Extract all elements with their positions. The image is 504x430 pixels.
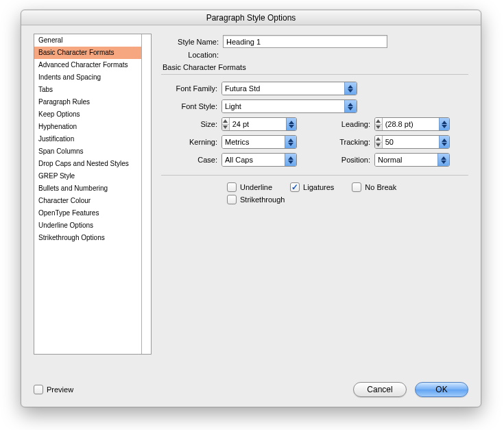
preview-label: Preview: [47, 385, 73, 394]
sidebar-item-span-columns[interactable]: Span Columns: [34, 145, 151, 158]
tracking-stepper[interactable]: [375, 136, 383, 148]
font-family-dropdown-icon[interactable]: [344, 82, 357, 95]
underline-checkbox[interactable]: [227, 182, 237, 192]
dialog-title: Paragraph Style Options: [21, 10, 481, 25]
preview-checkbox-row[interactable]: Preview: [34, 385, 73, 394]
ligatures-checkbox[interactable]: [290, 182, 300, 192]
no-break-checkbox[interactable]: [352, 182, 361, 192]
no-break-checkbox-row[interactable]: No Break: [352, 182, 396, 192]
tracking-label: Tracking:: [320, 138, 370, 146]
sidebar-item-character-colour[interactable]: Character Colour: [34, 195, 151, 207]
sidebar-item-keep-options[interactable]: Keep Options: [34, 108, 151, 121]
leading-input[interactable]: [383, 118, 439, 130]
case-combo[interactable]: [221, 153, 297, 167]
strikethrough-checkbox-row[interactable]: Strikethrough: [227, 195, 285, 204]
sidebar-item-hyphenation[interactable]: Hyphenation: [34, 121, 151, 133]
main-panel: Style Name: Location: Basic Character Fo…: [152, 34, 468, 355]
case-dropdown-icon[interactable]: [285, 154, 296, 166]
form-grid: Font Family: Font Style:: [161, 82, 468, 167]
sidebar-item-drop-caps-nested-styles[interactable]: Drop Caps and Nested Styles: [34, 158, 151, 170]
sidebar-item-paragraph-rules[interactable]: Paragraph Rules: [34, 96, 151, 108]
font-family-label: Font Family:: [161, 84, 217, 93]
tracking-combo[interactable]: [374, 135, 450, 149]
sidebar-item-grep-style[interactable]: GREP Style: [34, 170, 151, 182]
style-name-input[interactable]: [223, 35, 387, 48]
dialog-footer: Preview Cancel OK: [34, 382, 468, 397]
sidebar-item-tabs[interactable]: Tabs: [34, 84, 151, 96]
size-label: Size:: [161, 120, 217, 128]
ligatures-checkbox-row[interactable]: Ligatures: [290, 182, 334, 192]
divider-bottom: [161, 175, 468, 176]
font-style-combo[interactable]: [221, 99, 357, 113]
position-input[interactable]: [375, 154, 437, 166]
tracking-input[interactable]: [383, 136, 439, 148]
size-combo[interactable]: [221, 117, 297, 131]
font-family-input[interactable]: [222, 82, 344, 95]
kerning-dropdown-icon[interactable]: [285, 136, 296, 148]
case-label: Case:: [161, 156, 217, 164]
tracking-dropdown-icon[interactable]: [439, 136, 449, 148]
size-dropdown-icon[interactable]: [286, 118, 296, 130]
preview-checkbox[interactable]: [34, 385, 43, 394]
location-label: Location:: [161, 51, 223, 59]
leading-stepper[interactable]: [375, 118, 383, 130]
leading-combo[interactable]: [374, 117, 450, 131]
no-break-label: No Break: [365, 183, 396, 191]
paragraph-style-options-dialog: Paragraph Style Options General Basic Ch…: [21, 10, 481, 407]
font-family-combo[interactable]: [221, 82, 357, 95]
kerning-combo[interactable]: [221, 135, 297, 149]
panel-title: Basic Character Formats: [163, 63, 468, 71]
sidebar-item-advanced-character-formats[interactable]: Advanced Character Formats: [34, 59, 151, 71]
size-input[interactable]: [230, 118, 286, 130]
underline-checkbox-row[interactable]: Underline: [227, 182, 272, 192]
kerning-label: Kerning:: [161, 138, 217, 146]
ok-button[interactable]: OK: [415, 382, 468, 397]
strikethrough-label: Strikethrough: [240, 195, 285, 204]
divider-top: [161, 74, 468, 75]
kerning-input[interactable]: [222, 136, 285, 148]
sidebar-item-basic-character-formats[interactable]: Basic Character Formats: [34, 47, 151, 59]
font-style-input[interactable]: [222, 100, 344, 112]
position-combo[interactable]: [374, 153, 450, 167]
size-stepper[interactable]: [222, 118, 230, 130]
sidebar-scrollbar[interactable]: [141, 34, 151, 354]
ligatures-label: Ligatures: [303, 183, 334, 191]
sidebar-item-indents-and-spacing[interactable]: Indents and Spacing: [34, 71, 151, 84]
leading-dropdown-icon[interactable]: [439, 118, 449, 130]
case-input[interactable]: [222, 154, 285, 166]
category-sidebar: General Basic Character Formats Advanced…: [34, 34, 152, 355]
font-style-dropdown-icon[interactable]: [344, 100, 357, 112]
sidebar-item-strikethrough-options[interactable]: Strikethrough Options: [34, 232, 151, 244]
dialog-content: General Basic Character Formats Advanced…: [21, 25, 481, 355]
position-label: Position:: [320, 156, 370, 164]
underline-label: Underline: [240, 183, 272, 191]
strikethrough-checkbox[interactable]: [227, 195, 237, 204]
sidebar-item-general[interactable]: General: [34, 34, 151, 47]
style-name-label: Style Name:: [161, 38, 223, 46]
cancel-button[interactable]: Cancel: [353, 382, 407, 397]
sidebar-item-bullets-numbering[interactable]: Bullets and Numbering: [34, 182, 151, 195]
font-style-label: Font Style:: [161, 102, 217, 110]
leading-label: Leading:: [320, 120, 370, 128]
sidebar-item-underline-options[interactable]: Underline Options: [34, 219, 151, 232]
position-dropdown-icon[interactable]: [437, 154, 449, 166]
sidebar-item-justification[interactable]: Justification: [34, 133, 151, 145]
sidebar-item-opentype-features[interactable]: OpenType Features: [34, 207, 151, 219]
